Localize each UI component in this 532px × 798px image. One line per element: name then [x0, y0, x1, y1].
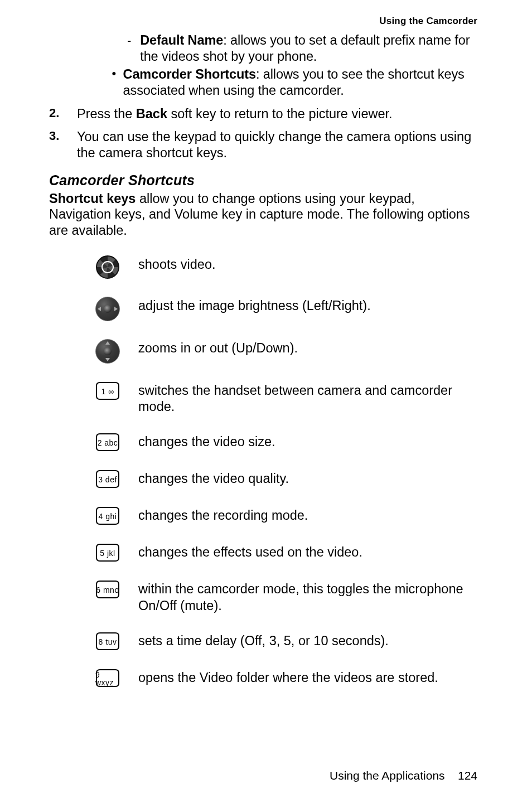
key-label: 3 def	[98, 476, 117, 483]
intro-paragraph: Shortcut keys allow you to change option…	[49, 191, 477, 239]
page-footer: Using the Applications 124	[330, 769, 477, 782]
key-4-icon: 4 ghi	[94, 506, 122, 525]
label-default-name: Default Name	[140, 33, 223, 47]
step-number: 2.	[49, 106, 71, 120]
shortcut-row: 6 mno within the camcorder mode, this to…	[94, 580, 477, 614]
shortcut-desc: switches the handset between camera and …	[138, 381, 477, 415]
section-heading: Camcorder Shortcuts	[49, 172, 477, 188]
key-3-icon: 3 def	[94, 470, 122, 489]
key-label: 6 mno	[96, 586, 119, 594]
nav-left-right-icon	[94, 297, 122, 321]
footer-page-number: 124	[458, 769, 477, 782]
shortcut-row: 1 ∞ switches the handset between camera …	[94, 381, 477, 415]
nested-text: Default Name: allows you to set a defaul…	[140, 32, 477, 64]
shortcut-desc: changes the video size.	[138, 433, 477, 450]
intro-bold: Shortcut keys	[49, 191, 136, 206]
dash-marker: -	[127, 33, 134, 49]
shortcut-desc: changes the recording mode.	[138, 506, 477, 524]
running-header: Using the Camcorder	[49, 16, 477, 27]
shortcut-desc: shoots video.	[138, 255, 477, 273]
key-label: 9 wxyz	[95, 671, 120, 686]
key-8-icon: 8 tuv	[94, 632, 122, 651]
key-label: 4 ghi	[99, 512, 117, 520]
key-label: 2 abc	[98, 439, 118, 447]
shortcut-row: 8 tuv sets a time delay (Off, 3, 5, or 1…	[94, 632, 477, 651]
shortcut-table: shoots video. adjust the image brightnes…	[94, 255, 477, 688]
shortcut-row: 3 def changes the video quality.	[94, 470, 477, 489]
nested-item-default-name: - Default Name: allows you to set a defa…	[49, 32, 477, 64]
step2-bold: Back	[136, 107, 167, 121]
step2-pre: Press the	[77, 107, 136, 121]
nested-item-camcorder-shortcuts: • Camcorder Shortcuts: allows you to see…	[49, 66, 477, 98]
shortcut-row: 9 wxyz opens the Video folder where the …	[94, 669, 477, 688]
key-label: 8 tuv	[99, 638, 117, 646]
shortcut-desc: changes the effects used on the video.	[138, 543, 477, 560]
key-1-icon: 1 ∞	[94, 381, 122, 400]
shortcut-row: zooms in or out (Up/Down).	[94, 339, 477, 364]
step-text: Press the Back soft key to return to the…	[77, 106, 393, 122]
footer-chapter: Using the Applications	[330, 769, 445, 782]
nav-up-down-icon	[94, 339, 122, 364]
step-2: 2. Press the Back soft key to return to …	[49, 99, 477, 122]
step-text: You can use the keypad to quickly change…	[77, 129, 477, 161]
camera-lens-icon	[94, 255, 122, 279]
nested-text: Camcorder Shortcuts: allows you to see t…	[123, 66, 477, 98]
key-2-icon: 2 abc	[94, 433, 122, 452]
shortcut-row: shoots video.	[94, 255, 477, 279]
shortcut-row: adjust the image brightness (Left/Right)…	[94, 297, 477, 321]
shortcut-row: 5 jkl changes the effects used on the vi…	[94, 543, 477, 562]
key-5-icon: 5 jkl	[94, 543, 122, 562]
bullet-disc-marker: •	[110, 66, 118, 80]
key-6-icon: 6 mno	[94, 580, 122, 599]
step-number: 3.	[49, 129, 71, 143]
step2-post: soft key to return to the picture viewer…	[167, 107, 393, 121]
shortcut-desc: zooms in or out (Up/Down).	[138, 339, 477, 356]
shortcut-desc: opens the Video folder where the videos …	[138, 669, 477, 686]
step-3: 3. You can use the keypad to quickly cha…	[49, 122, 477, 161]
shortcut-row: 2 abc changes the video size.	[94, 433, 477, 452]
key-label: 1 ∞	[101, 388, 114, 395]
shortcut-desc: within the camcorder mode, this toggles …	[138, 580, 477, 614]
shortcut-desc: changes the video quality.	[138, 470, 477, 487]
shortcut-desc: sets a time delay (Off, 3, 5, or 10 seco…	[138, 632, 477, 649]
label-camcorder-shortcuts: Camcorder Shortcuts	[123, 67, 256, 81]
key-label: 5 jkl	[100, 549, 115, 557]
shortcut-desc: adjust the image brightness (Left/Right)…	[138, 297, 477, 314]
key-9-icon: 9 wxyz	[94, 669, 122, 688]
shortcut-row: 4 ghi changes the recording mode.	[94, 506, 477, 525]
